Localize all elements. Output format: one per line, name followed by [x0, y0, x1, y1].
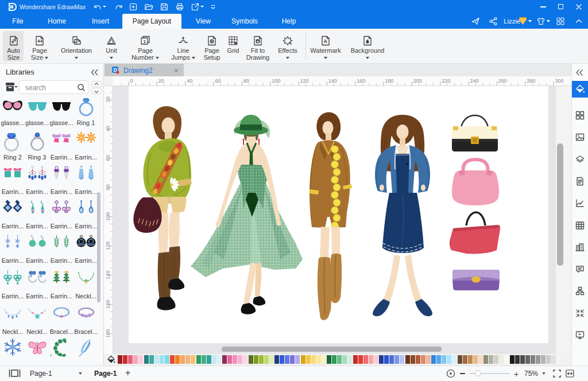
svg-text:140: 140 [328, 78, 337, 84]
svg-text:300: 300 [555, 78, 564, 84]
svg-text:200: 200 [413, 78, 422, 84]
svg-text:240: 240 [470, 78, 479, 84]
svg-text:60: 60 [215, 78, 221, 84]
svg-text:160: 160 [357, 78, 365, 84]
svg-text:120: 120 [105, 242, 111, 250]
svg-text:140: 140 [105, 271, 111, 279]
svg-text:80: 80 [243, 78, 249, 84]
svg-text:100: 100 [272, 78, 280, 84]
svg-text:220: 220 [442, 78, 450, 84]
svg-text:80: 80 [105, 184, 111, 190]
svg-text:60: 60 [105, 155, 111, 161]
svg-text:20: 20 [105, 96, 111, 102]
svg-text:180: 180 [385, 78, 394, 84]
svg-text:A4: A4 [37, 39, 42, 43]
svg-text:260: 260 [498, 78, 507, 84]
svg-text:40: 40 [187, 78, 192, 84]
svg-text:160: 160 [105, 300, 111, 309]
svg-text:1: 1 [144, 38, 146, 44]
svg-text:120: 120 [300, 78, 309, 84]
svg-text:40: 40 [105, 126, 111, 131]
svg-text:20: 20 [158, 78, 164, 84]
svg-text:0: 0 [130, 78, 133, 84]
svg-text:A: A [324, 38, 328, 44]
svg-text:280: 280 [527, 78, 535, 84]
svg-text:180: 180 [105, 329, 111, 338]
svg-text:100: 100 [105, 212, 111, 221]
